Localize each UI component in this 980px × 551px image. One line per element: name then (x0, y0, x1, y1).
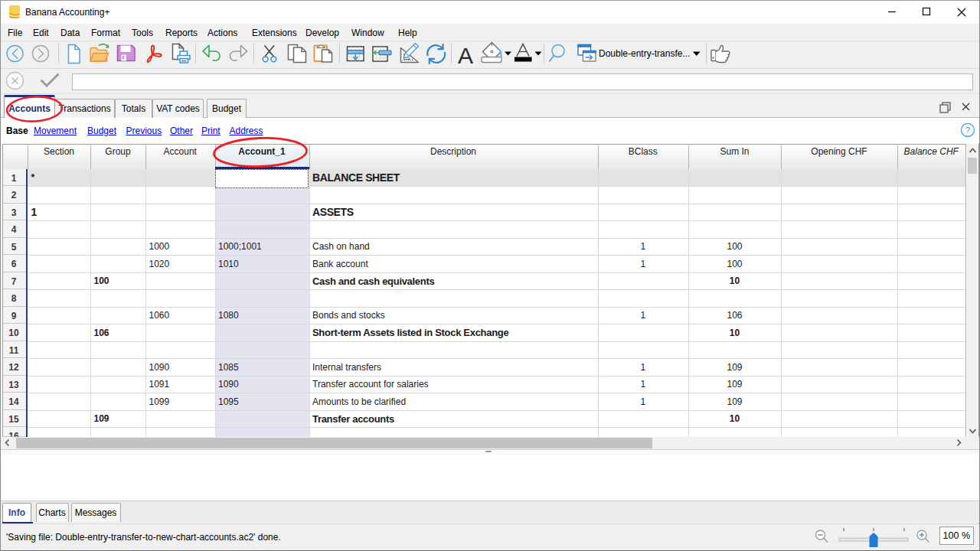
svg-text:?: ? (965, 126, 970, 135)
